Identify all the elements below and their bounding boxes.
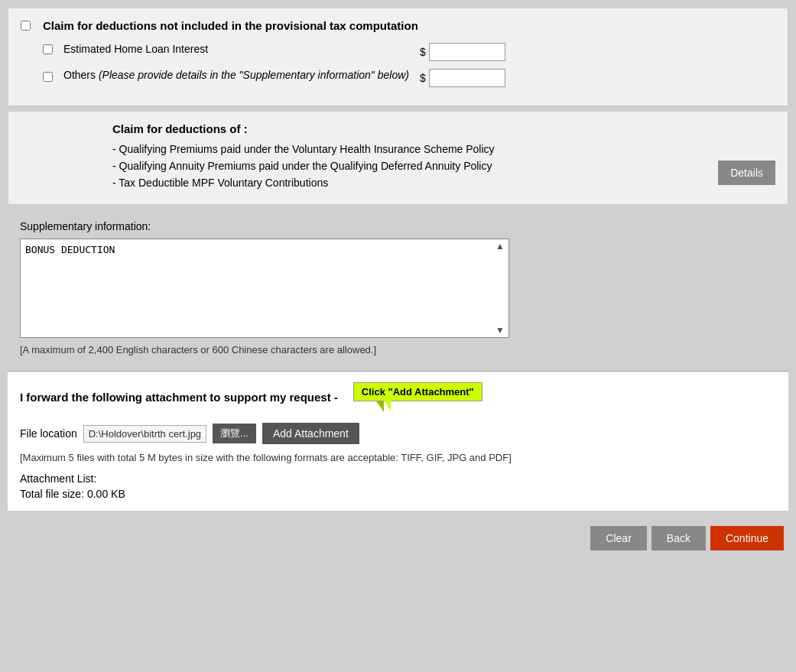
clear-button[interactable]: Clear xyxy=(590,526,646,550)
home-loan-checkbox[interactable] xyxy=(43,44,53,54)
char-limit-note: [A maximum of 2,400 English characters o… xyxy=(20,344,776,355)
bottom-bar: Clear Back Continue xyxy=(0,515,796,561)
continue-button[interactable]: Continue xyxy=(710,526,784,550)
file-location-label: File location xyxy=(20,427,77,440)
deductions-of-section: Claim for deductions of : Qualifying Pre… xyxy=(8,111,788,205)
deductions-list: Qualifying Premiums paid under the Volun… xyxy=(112,143,710,189)
attachment-title: I forward the following attachment to su… xyxy=(20,391,338,404)
main-deduction-checkbox[interactable] xyxy=(21,21,31,31)
others-dollar-field: $ xyxy=(420,69,505,87)
others-label: Others (Please provide details in the "S… xyxy=(63,69,409,81)
supplementary-textarea-wrapper: BONUS DEDUCTION ▲ ▼ xyxy=(20,239,509,338)
list-item: Qualifying Annuity Premiums paid under t… xyxy=(112,160,710,172)
back-button[interactable]: Back xyxy=(651,526,706,550)
attachment-header: I forward the following attachment to su… xyxy=(20,382,776,412)
others-checkbox[interactable] xyxy=(43,72,53,82)
page-wrapper: Claim for deductions not included in the… xyxy=(0,0,796,672)
main-deduction-title: Claim for deductions not included in the… xyxy=(43,19,418,32)
max-files-note: [Maximum 5 files with total 5 M bytes in… xyxy=(20,452,776,463)
supplementary-label: Supplementary information: xyxy=(20,220,776,232)
others-amount-input[interactable] xyxy=(429,69,505,87)
file-location-row: File location D:\Holdover\bitrth cert.jp… xyxy=(20,423,776,444)
attachment-section: I forward the following attachment to su… xyxy=(8,372,788,511)
others-italic: (Please provide details in the "Suppleme… xyxy=(99,69,409,81)
supplementary-textarea[interactable]: BONUS DEDUCTION xyxy=(21,239,508,337)
attachment-list-section: Attachment List: Total file size: 0.00 K… xyxy=(20,472,776,500)
home-loan-dollar-field: $ xyxy=(420,43,505,61)
list-item: Qualifying Premiums paid under the Volun… xyxy=(112,143,710,155)
home-loan-dollar-sign: $ xyxy=(420,46,426,58)
tooltip-bubble: Click "Add Attachment" xyxy=(353,382,482,401)
supplementary-section: Supplementary information: BONUS DEDUCTI… xyxy=(8,213,788,371)
deductions-of-title: Claim for deductions of : xyxy=(112,122,710,135)
total-size: Total file size: 0.00 KB xyxy=(20,488,776,500)
list-item: Tax Deductible MPF Voluntary Contributio… xyxy=(112,177,710,189)
file-path-display: D:\Holdover\bitrth cert.jpg xyxy=(83,425,206,443)
home-loan-amount-input[interactable] xyxy=(429,43,505,61)
deductions-of-content: Claim for deductions of : Qualifying Pre… xyxy=(21,122,710,193)
browse-button[interactable]: 瀏覽... xyxy=(213,424,256,443)
others-dollar-sign: $ xyxy=(420,72,426,84)
add-attachment-button[interactable]: Add Attachment xyxy=(262,423,359,444)
attachment-list-label: Attachment List: xyxy=(20,472,776,485)
details-button[interactable]: Details xyxy=(718,161,775,185)
home-loan-label: Estimated Home Loan Interest xyxy=(63,43,409,55)
deductions-top-section: Claim for deductions not included in the… xyxy=(8,8,788,106)
